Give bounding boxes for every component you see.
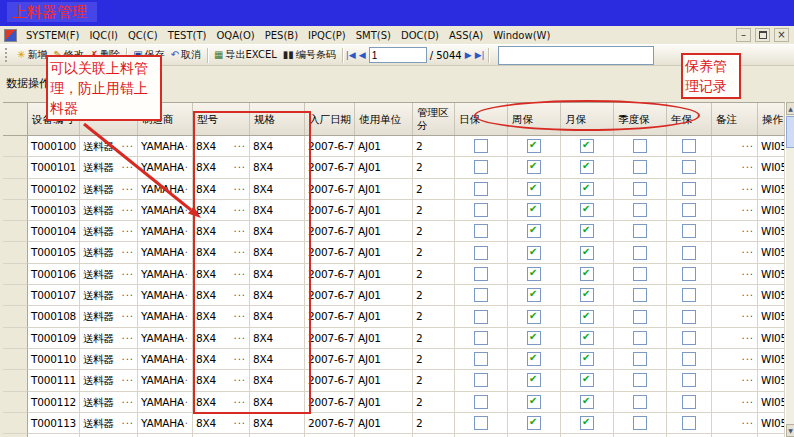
cell-date[interactable]: 2007-6-7 <box>305 221 355 242</box>
cell-maker[interactable]: ...YAMAHA <box>138 179 193 200</box>
ellipsis-button[interactable]: ... <box>741 287 754 298</box>
cell-id[interactable]: T000113 <box>28 413 80 434</box>
ellipsis-button[interactable]: ... <box>121 202 134 213</box>
cell-name[interactable]: ...送料器 <box>80 392 138 413</box>
cell-name[interactable]: ...送料器 <box>80 349 138 370</box>
cell-cat[interactable]: 2 <box>413 392 455 413</box>
monthly-checkbox[interactable] <box>580 267 594 281</box>
scroll-up-icon[interactable]: ▲ <box>786 102 794 115</box>
ellipsis-button[interactable]: ... <box>233 244 246 255</box>
menu-item-ass[interactable]: ASS(A) <box>444 29 488 42</box>
cell-unit[interactable]: AJ01 <box>355 179 413 200</box>
monthly-checkbox[interactable] <box>580 203 594 217</box>
cell-spec[interactable]: 8X4 <box>250 349 305 370</box>
yearly-checkbox[interactable] <box>682 224 696 238</box>
monthly-checkbox[interactable] <box>580 160 594 174</box>
cell-unit[interactable]: AJ01 <box>355 349 413 370</box>
cell-model[interactable]: ...8X4 <box>193 392 250 413</box>
cell-model[interactable]: ...8X4 <box>193 179 250 200</box>
quarterly-checkbox[interactable] <box>633 203 647 217</box>
col-daily-maint-header[interactable]: 日保 <box>455 103 508 135</box>
cell-maker[interactable]: ...YAMAHA <box>138 370 193 391</box>
cell-name[interactable]: ...送料器 <box>80 157 138 178</box>
cell-name[interactable]: ...送料器 <box>80 328 138 349</box>
cell-remark[interactable]: ... <box>712 242 758 263</box>
yearly-checkbox[interactable] <box>682 373 696 387</box>
cell-cat[interactable]: 2 <box>413 136 455 157</box>
cell-spec[interactable]: 8X4 <box>250 264 305 285</box>
cell-model[interactable]: ...8X4 <box>193 370 250 391</box>
ellipsis-button[interactable]: ... <box>233 202 246 213</box>
ellipsis-button[interactable]: ... <box>121 159 134 170</box>
quarterly-checkbox[interactable] <box>633 373 647 387</box>
cell-id[interactable]: T000111 <box>28 370 80 391</box>
daily-checkbox[interactable] <box>474 203 488 217</box>
yearly-checkbox[interactable] <box>682 352 696 366</box>
menu-item-doc[interactable]: DOC(D) <box>396 29 444 42</box>
cell-model[interactable]: ...8X4 <box>193 413 250 434</box>
cell-unit[interactable]: AJ01 <box>355 392 413 413</box>
menu-item-ipqc[interactable]: IPQC(P) <box>303 29 351 42</box>
cell-date[interactable]: 2007-6-7 <box>305 136 355 157</box>
cell-op[interactable]: WI05 <box>758 328 785 349</box>
ellipsis-button[interactable]: ... <box>741 351 754 362</box>
daily-checkbox[interactable] <box>474 139 488 153</box>
minimize-icon[interactable]: – <box>736 28 751 42</box>
cell-name[interactable]: ...送料器 <box>80 285 138 306</box>
quarterly-checkbox[interactable] <box>633 267 647 281</box>
cell-name[interactable]: ...送料器 <box>80 221 138 242</box>
cell-unit[interactable]: AJ01 <box>355 413 413 434</box>
daily-checkbox[interactable] <box>474 373 488 387</box>
menu-item-window[interactable]: Window(W) <box>488 29 555 42</box>
cell-id[interactable]: T000106 <box>28 264 80 285</box>
cell-remark[interactable]: ... <box>712 370 758 391</box>
cell-unit[interactable]: AJ01 <box>355 200 413 221</box>
monthly-checkbox[interactable] <box>580 416 594 430</box>
cell-unit[interactable]: AJ01 <box>355 264 413 285</box>
cell-unit[interactable]: AJ01 <box>355 285 413 306</box>
menu-item-smt[interactable]: SMT(S) <box>351 29 396 42</box>
quarterly-checkbox[interactable] <box>633 416 647 430</box>
quarterly-checkbox[interactable] <box>633 395 647 409</box>
cell-name[interactable]: ...送料器 <box>80 179 138 200</box>
cell-maker[interactable]: ...YAMAHA <box>138 349 193 370</box>
cell-spec[interactable]: 8X4 <box>250 306 305 327</box>
cell-cat[interactable]: 2 <box>413 200 455 221</box>
menu-item-oqa[interactable]: OQA(O) <box>211 29 259 42</box>
ellipsis-button[interactable]: ... <box>233 351 246 362</box>
cell-op[interactable]: WI05 <box>758 392 785 413</box>
quarterly-checkbox[interactable] <box>633 288 647 302</box>
record-number-input[interactable] <box>369 47 427 63</box>
cell-model[interactable]: ...8X4 <box>193 264 250 285</box>
col-quarterly-maint-header[interactable]: 季度保 <box>614 103 667 135</box>
cell-spec[interactable]: 8X4 <box>250 413 305 434</box>
monthly-checkbox[interactable] <box>580 310 594 324</box>
cell-name[interactable]: ...送料器 <box>80 200 138 221</box>
ellipsis-button[interactable]: ... <box>121 351 134 362</box>
cell-date[interactable]: 2007-6-7 <box>305 264 355 285</box>
ellipsis-button[interactable]: ... <box>741 330 754 341</box>
cell-unit[interactable]: AJ01 <box>355 136 413 157</box>
prev-record-icon[interactable]: ◀ <box>359 50 366 60</box>
quarterly-checkbox[interactable] <box>633 331 647 345</box>
weekly-checkbox[interactable] <box>527 139 541 153</box>
ellipsis-button[interactable]: ... <box>121 138 134 149</box>
cell-maker[interactable]: ...YAMAHA <box>138 392 193 413</box>
ellipsis-button[interactable]: ... <box>741 159 754 170</box>
export-excel-button[interactable]: ▦导出EXCEL <box>211 47 280 63</box>
ellipsis-button[interactable]: ... <box>741 394 754 405</box>
yearly-checkbox[interactable] <box>682 203 696 217</box>
ellipsis-button[interactable]: ... <box>741 138 754 149</box>
quarterly-checkbox[interactable] <box>633 224 647 238</box>
new-button[interactable]: ✳新增 <box>14 47 50 63</box>
cell-model[interactable]: ...8X4 <box>193 306 250 327</box>
col-operation-header[interactable]: 操作 <box>758 103 785 135</box>
ellipsis-button[interactable]: ... <box>741 372 754 383</box>
daily-checkbox[interactable] <box>474 395 488 409</box>
cell-date[interactable]: 2007-6-7 <box>305 157 355 178</box>
ellipsis-button[interactable]: ... <box>741 415 754 426</box>
cell-op[interactable]: WI05 <box>758 242 785 263</box>
cell-unit[interactable]: AJ01 <box>355 328 413 349</box>
cell-op[interactable]: WI05 <box>758 306 785 327</box>
cell-date[interactable]: 2007-6-7 <box>305 306 355 327</box>
